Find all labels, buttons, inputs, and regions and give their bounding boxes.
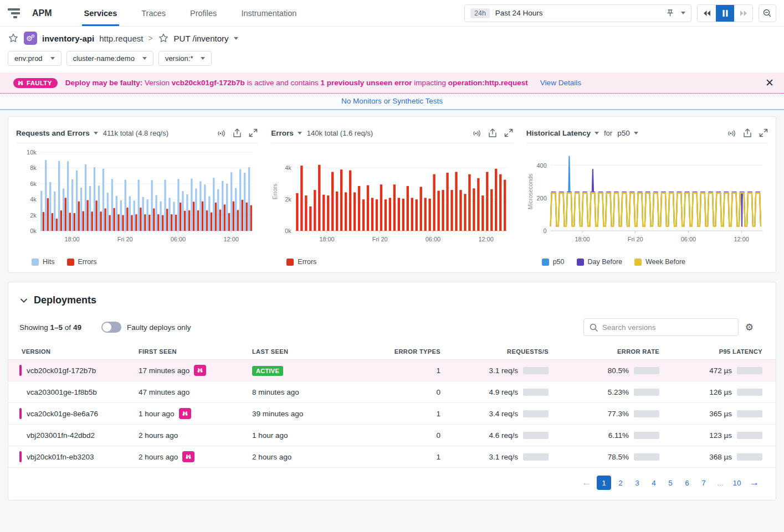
chevron-down-icon[interactable] bbox=[681, 12, 685, 14]
col-p95-latency[interactable]: P95 LATENCY bbox=[665, 344, 776, 360]
expand-icon[interactable] bbox=[759, 128, 768, 137]
chevron-down-icon bbox=[94, 132, 98, 135]
operation-name[interactable]: http.request bbox=[99, 34, 143, 43]
col-last-seen[interactable]: LAST SEEN bbox=[247, 344, 385, 360]
col-requests[interactable]: REQUESTS/S bbox=[446, 344, 554, 360]
page-10[interactable]: 10 bbox=[730, 476, 744, 490]
legend-hits[interactable]: Hits bbox=[32, 258, 55, 266]
requests-errors-panel: Requests and Errors 411k total (4.8 req/… bbox=[9, 119, 264, 267]
table-row[interactable]: vca20ck01ge-8e6a76 1 hour ago 39 minutes… bbox=[8, 403, 776, 425]
deployments-card: Deployments Showing 1–5 of 49 Faulty dep… bbox=[8, 282, 776, 500]
col-first-seen[interactable]: FIRST SEEN bbox=[133, 344, 247, 360]
time-range-picker[interactable]: 24h Past 24 Hours bbox=[464, 4, 691, 22]
export-icon[interactable] bbox=[488, 128, 497, 138]
live-icon[interactable] bbox=[472, 128, 481, 138]
requests-bar bbox=[523, 432, 549, 439]
live-icon[interactable] bbox=[726, 128, 736, 138]
pause-button[interactable] bbox=[716, 5, 734, 22]
filter-version[interactable]: version:* bbox=[158, 51, 212, 66]
tab-services[interactable]: Services bbox=[74, 0, 127, 26]
pin-icon[interactable] bbox=[666, 9, 674, 17]
live-icon[interactable] bbox=[216, 128, 226, 138]
p95-latency-bar bbox=[737, 410, 762, 417]
version-label: vca203001ge-1f8b5b bbox=[27, 388, 97, 396]
chart-title-dropdown[interactable]: Historical Latency bbox=[526, 129, 599, 137]
expand-icon[interactable] bbox=[249, 128, 258, 137]
favorite-service-star-icon[interactable] bbox=[8, 33, 19, 44]
resource-chevron-down-icon[interactable] bbox=[234, 37, 238, 40]
expand-icon[interactable] bbox=[504, 128, 513, 137]
table-row[interactable]: vbj203001fn-42dbd2 2 hours ago 1 hour ag… bbox=[8, 425, 776, 446]
favorite-resource-star-icon[interactable] bbox=[158, 33, 169, 44]
svg-text:18:00: 18:00 bbox=[320, 236, 335, 242]
resource-name[interactable]: PUT /inventory bbox=[174, 34, 229, 43]
table-settings-gear-icon[interactable]: ⚙ bbox=[745, 322, 754, 333]
export-icon[interactable] bbox=[743, 128, 752, 138]
legend-day-before[interactable]: Day Before bbox=[577, 258, 623, 266]
tab-instrumentation[interactable]: Instrumentation bbox=[231, 0, 306, 26]
table-row[interactable]: vcb20ck01gf-172b7b 17 minutes ago ACTIVE… bbox=[8, 360, 776, 381]
faulty-deploy-banner: FAULTY Deploy may be faulty: Version vcb… bbox=[0, 73, 784, 94]
collapse-chevron-icon[interactable] bbox=[19, 296, 28, 305]
close-icon[interactable]: ✕ bbox=[765, 78, 774, 88]
table-row[interactable]: vca203001ge-1f8b5b 47 minutes ago 8 minu… bbox=[8, 381, 776, 403]
error-types-value: 1 bbox=[385, 403, 446, 425]
chart-total: 140k total (1.6 req/s) bbox=[307, 129, 373, 137]
chart-title-dropdown[interactable]: Requests and Errors bbox=[16, 129, 98, 137]
col-error-rate[interactable]: ERROR RATE bbox=[554, 344, 665, 360]
svg-text:2k: 2k bbox=[285, 196, 292, 203]
service-gears-icon: ⚙⚙ bbox=[24, 32, 37, 45]
chart-title-dropdown[interactable]: Errors bbox=[271, 129, 302, 137]
search-versions-input[interactable] bbox=[602, 323, 732, 332]
nav-tabs: Services Traces Profiles Instrumentation bbox=[74, 0, 307, 26]
chart-legend: Errors bbox=[271, 255, 513, 267]
forward-button[interactable] bbox=[734, 5, 752, 22]
watchdog-binoculars-icon[interactable] bbox=[194, 365, 206, 376]
view-details-link[interactable]: View Details bbox=[540, 79, 581, 87]
legend-week-before[interactable]: Week Before bbox=[634, 258, 685, 266]
error-rate-bar bbox=[634, 432, 659, 439]
filter-env[interactable]: env:prod bbox=[8, 51, 62, 66]
percentile-dropdown[interactable]: p50 bbox=[617, 129, 638, 137]
page-6[interactable]: 6 bbox=[680, 476, 694, 490]
next-page-arrow[interactable]: → bbox=[746, 477, 762, 488]
col-version[interactable]: VERSION bbox=[8, 344, 133, 360]
svg-text:0k: 0k bbox=[30, 228, 37, 234]
legend-p50[interactable]: p50 bbox=[542, 258, 565, 266]
requests-errors-chart: 0k2k4k6k8k10k18:00Fri 2006:0012:00 bbox=[16, 147, 258, 255]
p95-latency-bar bbox=[737, 453, 762, 461]
table-row[interactable]: vbj20ck01fn-eb3203 2 hours ago 2 hours a… bbox=[8, 446, 776, 468]
page-7[interactable]: 7 bbox=[696, 476, 711, 490]
time-range-label: Past 24 Hours bbox=[495, 9, 666, 17]
p95-latency-bar bbox=[737, 389, 762, 396]
filter-cluster[interactable]: cluster-name:demo bbox=[66, 51, 153, 66]
page-4[interactable]: 4 bbox=[647, 476, 661, 490]
error-rate-bar bbox=[634, 410, 659, 417]
tab-traces[interactable]: Traces bbox=[131, 0, 176, 26]
faulty-deploys-toggle[interactable] bbox=[101, 322, 121, 333]
legend-errors[interactable]: Errors bbox=[286, 258, 316, 266]
page-5[interactable]: 5 bbox=[663, 476, 678, 490]
page-2[interactable]: 2 bbox=[613, 476, 628, 490]
watchdog-binoculars-icon[interactable] bbox=[182, 451, 194, 462]
page-1[interactable]: 1 bbox=[597, 476, 611, 490]
col-error-types[interactable]: ERROR TYPES bbox=[385, 344, 446, 360]
sidebar-menu-icon[interactable] bbox=[8, 0, 24, 26]
page-3[interactable]: 3 bbox=[630, 476, 644, 490]
errors-panel: Errors 140k total (1.6 req/s) 0k2k4k18:0… bbox=[264, 119, 519, 267]
legend-errors[interactable]: Errors bbox=[67, 258, 97, 266]
export-icon[interactable] bbox=[233, 128, 242, 138]
rewind-button[interactable] bbox=[698, 5, 716, 22]
monitors-link[interactable]: No Monitors or Synthetic Tests bbox=[0, 94, 784, 110]
chart-legend: p50 Day Before Week Before bbox=[526, 255, 768, 267]
svg-text:12:00: 12:00 bbox=[734, 236, 749, 242]
breadcrumb-separator: > bbox=[148, 34, 152, 43]
zoom-out-button[interactable] bbox=[759, 4, 776, 22]
tab-profiles[interactable]: Profiles bbox=[180, 0, 227, 26]
chevron-down-icon bbox=[142, 57, 147, 60]
showing-count: Showing 1–5 of 49 bbox=[19, 323, 81, 332]
svg-text:18:00: 18:00 bbox=[64, 236, 79, 242]
prev-page-arrow[interactable]: ← bbox=[578, 477, 595, 488]
watchdog-binoculars-icon[interactable] bbox=[179, 408, 191, 419]
service-name[interactable]: inventory-api bbox=[42, 34, 94, 43]
